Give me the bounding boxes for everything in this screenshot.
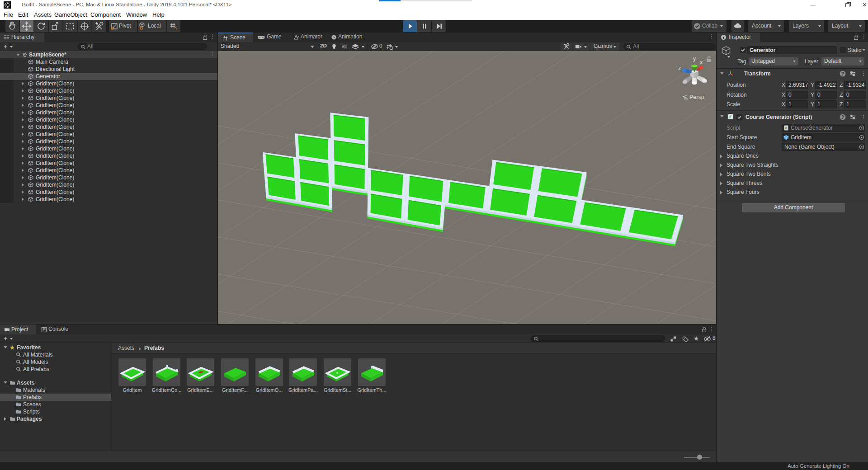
svg-text:?: ?	[841, 71, 844, 76]
svg-text:#: #	[729, 114, 731, 119]
svg-text:?: ?	[841, 115, 844, 120]
svg-text:z: z	[678, 65, 681, 71]
svg-text:y: y	[693, 56, 696, 62]
svg-text:Persp: Persp	[689, 94, 704, 100]
svg-text:x: x	[700, 59, 703, 66]
